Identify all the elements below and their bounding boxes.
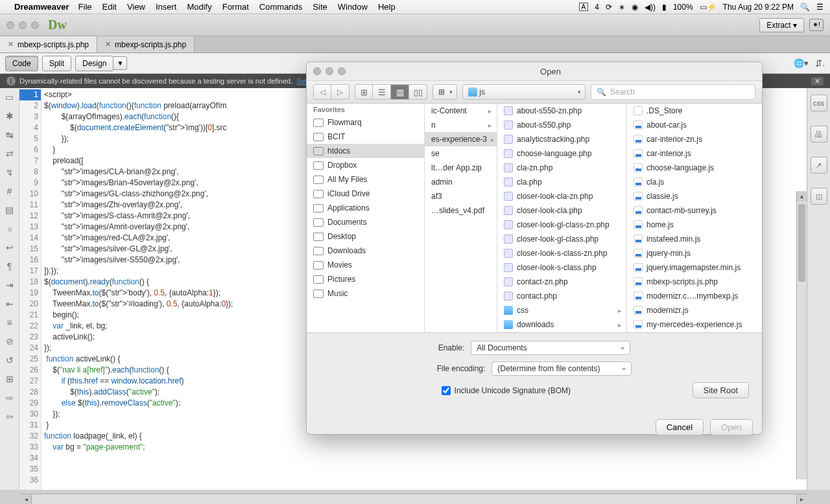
- list-item[interactable]: closer-look-gl-class-zn.php: [497, 218, 626, 232]
- sidebar-item[interactable]: Pictures: [307, 272, 424, 286]
- list-item[interactable]: overlay.js: [627, 332, 761, 332]
- indent-right-icon[interactable]: ⇨: [6, 393, 14, 403]
- transfer-icon[interactable]: ⇵.: [815, 58, 825, 68]
- menu-file[interactable]: File: [78, 2, 92, 12]
- extract-button[interactable]: Extract ▾: [759, 18, 804, 32]
- list-item[interactable]: car-interior-zn.js: [627, 132, 761, 146]
- sidebar-item[interactable]: BCIT: [307, 130, 424, 144]
- design-dropdown[interactable]: ▼: [113, 56, 127, 70]
- sidebar-item[interactable]: All My Files: [307, 172, 424, 187]
- cancel-button[interactable]: Cancel: [656, 419, 704, 435]
- site-root-button[interactable]: Site Root: [693, 382, 749, 398]
- sidebar-item[interactable]: Documents: [307, 215, 424, 229]
- tab-1[interactable]: ✕mbexp-scripts.js.php: [0, 36, 97, 52]
- battery-text[interactable]: 100%: [673, 3, 693, 12]
- hidden-chars-icon[interactable]: ¶: [7, 261, 12, 271]
- list-item[interactable]: classie.js: [627, 189, 761, 203]
- menu-view[interactable]: View: [127, 2, 145, 12]
- list-item[interactable]: ic-Content▸: [425, 104, 497, 118]
- app-name[interactable]: Dreamweaver: [14, 2, 69, 12]
- list-item[interactable]: about-car.js: [627, 118, 761, 132]
- icon-view-icon[interactable]: ⊞: [355, 84, 373, 100]
- list-item[interactable]: car-interior.js: [627, 146, 761, 161]
- list-item[interactable]: contact.php: [497, 289, 626, 303]
- search-input[interactable]: 🔍Search: [591, 84, 755, 100]
- list-item[interactable]: css▸: [497, 303, 626, 317]
- encoding-select[interactable]: (Determine from file contents): [492, 361, 632, 376]
- battery-icon[interactable]: ▭⚡: [700, 3, 717, 12]
- globe-icon[interactable]: 🌐▾: [794, 58, 809, 68]
- files-panel-icon[interactable]: ◫: [811, 188, 827, 205]
- sidebar-item[interactable]: Music: [307, 286, 424, 301]
- forward-icon[interactable]: ▷: [331, 84, 350, 100]
- list-item[interactable]: downloads▸: [497, 317, 626, 332]
- code-view-button[interactable]: Code: [5, 56, 38, 71]
- select-parent-icon[interactable]: ⇄: [6, 148, 14, 159]
- recent-snippets-icon[interactable]: ↺: [6, 355, 14, 365]
- syntax-icon[interactable]: ⟐: [7, 223, 12, 234]
- expand-icon[interactable]: ↹: [6, 130, 14, 140]
- list-item[interactable]: n▸: [425, 118, 497, 132]
- list-item[interactable]: contact-zn.php: [497, 275, 626, 289]
- sidebar-item[interactable]: Applications: [307, 201, 424, 215]
- list-item[interactable]: se: [425, 146, 497, 161]
- format-icon[interactable]: ≡: [6, 317, 12, 328]
- view-mode-group[interactable]: ⊞ ☰ ▥ ▯▯: [355, 84, 427, 100]
- tray-icon[interactable]: A: [579, 3, 589, 11]
- open-documents-icon[interactable]: ▭: [5, 92, 14, 102]
- enable-select[interactable]: All Documents: [471, 341, 630, 355]
- sync-icon[interactable]: ⟳: [606, 3, 612, 12]
- menu-window[interactable]: Window: [338, 2, 368, 12]
- collapse-icon[interactable]: ✱: [6, 111, 14, 121]
- bluetooth-icon[interactable]: ∗: [619, 3, 625, 12]
- line-numbers-icon[interactable]: #: [7, 186, 12, 196]
- list-item[interactable]: choose-language.php: [497, 146, 626, 161]
- tab-2[interactable]: ✕mbexp-scripts.js.php: [97, 36, 195, 52]
- design-view-button[interactable]: Design: [75, 56, 113, 71]
- list-item[interactable]: home.js: [627, 218, 761, 232]
- list-item[interactable]: closer-look-cla-zn.php: [497, 189, 626, 203]
- close-icon[interactable]: ✕: [8, 40, 14, 49]
- sidebar-item[interactable]: Dropbox: [307, 158, 424, 172]
- list-item[interactable]: admin: [425, 175, 497, 189]
- window-controls[interactable]: [6, 21, 39, 29]
- list-item[interactable]: cla-zn.php: [497, 161, 626, 175]
- list-item[interactable]: about-s550.php: [497, 118, 626, 132]
- list-item[interactable]: closer-look-cla.php: [497, 203, 626, 218]
- list-item[interactable]: analyticstracking.php: [497, 132, 626, 146]
- balance-braces-icon[interactable]: ↯: [6, 167, 14, 178]
- list-item[interactable]: closer-look-gl-class.php: [497, 232, 626, 246]
- list-item[interactable]: instafeed.min.js: [627, 232, 761, 246]
- back-icon[interactable]: ◁: [313, 84, 331, 100]
- sidebar-item[interactable]: iCloud Drive: [307, 187, 424, 201]
- bom-checkbox[interactable]: Include Unicode Signature (BOM): [442, 386, 571, 395]
- list-item[interactable]: modernizr.c….mymbexp.js: [627, 289, 761, 303]
- menu-edit[interactable]: Edit: [102, 2, 117, 12]
- column-view-icon[interactable]: ▥: [391, 84, 409, 100]
- dom-panel-icon[interactable]: 品: [811, 126, 827, 143]
- css-panel-icon[interactable]: css: [811, 95, 827, 111]
- list-item[interactable]: af3: [425, 189, 497, 203]
- list-item[interactable]: …slides_v4.pdf: [425, 203, 497, 218]
- coverflow-view-icon[interactable]: ▯▯: [409, 84, 427, 100]
- menu-format[interactable]: Format: [222, 2, 249, 12]
- list-item[interactable]: jquery.imagemapster.min.js: [627, 260, 761, 275]
- nav-back-forward[interactable]: ◁▷: [313, 84, 350, 100]
- insert-panel-icon[interactable]: ↗: [811, 157, 827, 174]
- list-item[interactable]: choose-language.js: [627, 161, 761, 175]
- list-item[interactable]: cla.js: [627, 175, 761, 189]
- indent-left-icon[interactable]: ⇦: [6, 411, 14, 422]
- move-icon[interactable]: ⊞: [6, 374, 14, 384]
- flag-icon[interactable]: ▮: [662, 3, 667, 12]
- outdent-icon[interactable]: ⇤: [6, 299, 14, 309]
- list-item[interactable]: es-experience-3▸: [425, 132, 497, 146]
- list-item[interactable]: my-mercedes-experience.js: [627, 317, 761, 332]
- list-item[interactable]: lt…der App.zip: [425, 161, 497, 175]
- volume-icon[interactable]: ◀)): [645, 3, 656, 12]
- word-wrap-icon[interactable]: ↩: [6, 242, 14, 253]
- wifi-icon[interactable]: ◉: [632, 3, 638, 12]
- arrange-dropdown[interactable]: ⊞: [433, 84, 457, 100]
- notifications-count[interactable]: 4: [595, 3, 599, 12]
- dialog-window-controls[interactable]: [313, 67, 346, 75]
- list-item[interactable]: en▸: [497, 332, 626, 332]
